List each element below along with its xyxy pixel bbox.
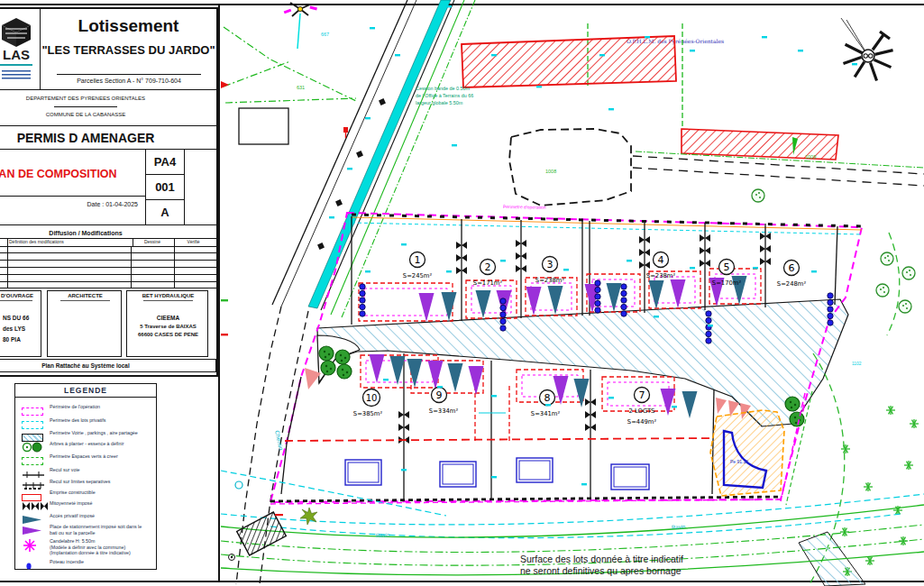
svg-text:3: 3 <box>547 259 553 270</box>
imposed-buildings <box>345 458 649 490</box>
retention-basin: Pe 91.10 <box>710 410 784 496</box>
hydraulic-line: 5 Traverse de BAIXAS <box>127 324 209 329</box>
svg-text:2 LOGTS: 2 LOGTS <box>629 407 655 415</box>
svg-text:S=170m²: S=170m² <box>712 279 742 287</box>
ravin-label: Ravin <box>672 524 686 530</box>
svg-text:9: 9 <box>436 389 443 401</box>
svg-text:S=341m²: S=341m² <box>531 410 561 417</box>
svg-text:S=238m²: S=238m² <box>535 277 565 284</box>
logo-cell: LAS <box>0 9 41 90</box>
party-wall-icon <box>22 499 45 508</box>
existing-road <box>272 0 475 317</box>
legend-item: Recul sur voie <box>15 466 156 479</box>
lot-label: 3S=238m² <box>535 257 565 285</box>
hydraulic-line: CIEEMA <box>127 315 209 321</box>
rear-setback-line <box>285 438 714 441</box>
legend-item-label: Perimetre Voirie , parkings , aire parta… <box>50 430 151 436</box>
svg-text:largeur globale 5.50m: largeur globale 5.50m <box>416 100 463 105</box>
legend-item: Place de stationnement imposé soit dans … <box>15 523 156 539</box>
svg-text:S=238m²: S=238m² <box>646 272 676 279</box>
lot-label: 5S=170m² <box>712 260 742 288</box>
revision-letter: A <box>146 200 185 225</box>
svg-text:10: 10 <box>366 393 378 403</box>
legend-item-label: Place de stationnement imposé soit dans … <box>50 524 151 536</box>
stakeholders-row: D'OUVRAGE NS DU 66 des LYS 80 PIA ARCHIT… <box>0 290 216 357</box>
permit-type: PERMIS D AMENAGER <box>0 126 216 150</box>
legend-item: Perimetre Espaces verts à creer <box>15 453 156 465</box>
private-access-icon <box>22 512 45 521</box>
department-label: DEPARTEMENT DES PYRENEES ORIENTALES <box>0 96 216 101</box>
red-mark <box>275 514 283 516</box>
basin-label: Pe 91.10 <box>730 459 748 464</box>
legend-item: Arbres à planter - essence à définir <box>15 440 156 453</box>
svg-text:S=248m²: S=248m² <box>777 280 807 288</box>
fire-hydrant-icon <box>22 558 45 567</box>
diffusion-col-definition: Définition des modifications <box>7 238 133 246</box>
diffusion-col-drawn: Dessiné <box>131 238 175 246</box>
perimeter-lots-icon <box>22 417 45 426</box>
svg-text:2: 2 <box>485 261 491 273</box>
svg-text:S=449m²: S=449m² <box>627 418 657 426</box>
legend: LEGENDE Périmètre de l'opération Perimet… <box>14 383 157 570</box>
lot-label: 2S=171m² <box>473 260 503 288</box>
hydraulic-box: BET HYDRAULIQUE CIEEMA 5 Traverse de BAI… <box>126 290 208 357</box>
existing-parcel-outline <box>239 108 288 144</box>
cession-note: Cession bande de 0.50m de l Office à Ter… <box>416 86 473 105</box>
svg-text:1: 1 <box>415 254 421 266</box>
lot-label: 1S=245m² <box>403 252 433 280</box>
plan-de-composition-sheet: LAS Lotissement "LES TERRASSES DU JARDO"… <box>0 0 924 586</box>
perimeter-roads-icon <box>22 429 45 438</box>
lot-label: 6S=248m² <box>777 261 807 288</box>
perimeter-label: Perimetre d'operation <box>503 204 546 210</box>
owner-line: 80 PIA <box>3 336 21 343</box>
svg-text:S=334m²: S=334m² <box>429 407 459 415</box>
green-spaces-icon <box>22 453 45 462</box>
parking-place-icon <box>22 523 45 532</box>
parcels-ref: Parcelles Section A - N° 709-710-604 <box>57 74 201 84</box>
tree-icon <box>785 397 800 411</box>
parcel-number: 1009 <box>805 154 816 160</box>
doc-number: 001 <box>146 175 185 200</box>
trees-icon <box>22 440 45 449</box>
svg-text:4: 4 <box>658 254 664 266</box>
tree-icon <box>752 189 764 202</box>
parcel-number: 667 <box>321 32 329 37</box>
datum-note: Plan Rattaché au Système local <box>0 359 216 372</box>
svg-text:7: 7 <box>639 389 645 401</box>
legend-item: Candelabre H: 5.50m (Modèle à définir av… <box>15 538 156 558</box>
legend-item-label: Poteau incendie <box>50 559 151 565</box>
svg-text:ne seront definitives qu apres: ne seront definitives qu apres bornage <box>520 565 682 576</box>
title-block: LAS Lotissement "LES TERRASSES DU JARDO"… <box>0 7 218 377</box>
legend-item: Perimetre des lots privatifs <box>15 417 156 429</box>
legend-item-label: Perimetre Espaces verts à creer <box>50 453 151 460</box>
manhole-icon <box>229 554 235 561</box>
legend-item-label: Accès privatif imposé <box>50 513 151 519</box>
hydraulic-title: BET HYDRAULIQUE <box>127 293 209 298</box>
reserved-zone-hatched <box>462 36 676 87</box>
svg-text:S=245m²: S=245m² <box>403 272 433 279</box>
svg-text:Cession bande de 0.50m: Cession bande de 0.50m <box>416 86 470 91</box>
lot-label: 8S=341m² <box>531 390 561 418</box>
architect-title: ARCHITECTE <box>48 293 123 298</box>
tree-icon <box>790 412 804 426</box>
parcel-number: 1102 <box>852 362 862 366</box>
logo-accent-bar <box>0 64 32 66</box>
legend-item-label: Recul sur voie <box>50 467 151 473</box>
legend-item-label: Recul sur limites separatives <box>50 479 151 485</box>
legend-item-label: Mitoyenneté imposé <box>50 500 151 507</box>
legend-item-label: Perimetre des lots privatifs <box>50 417 151 424</box>
lot-label: 10S=385m² <box>353 389 383 418</box>
svg-text:Surface des lots donnée à titr: Surface des lots donnée à titre indicati… <box>520 554 683 564</box>
project-title: "LES TERRASSES DU JARDO" <box>41 43 216 57</box>
perimeter-operation-icon <box>22 403 45 412</box>
company-logo-icon: LAS <box>0 9 41 90</box>
legend-item-label: Périmètre de l'opération <box>50 404 151 410</box>
legend-title: LEGENDE <box>15 384 156 398</box>
legend-item-note: (Implantation donnée à titre indicative) <box>50 550 151 556</box>
svg-text:6: 6 <box>789 262 795 274</box>
setback-limits-icon <box>22 478 45 487</box>
streetlight-icon <box>22 538 45 547</box>
parcel-number: 631 <box>297 85 305 90</box>
lot-label: 72 LOGTSS=449m² <box>627 388 657 426</box>
parcel-1008-outline <box>509 129 631 206</box>
